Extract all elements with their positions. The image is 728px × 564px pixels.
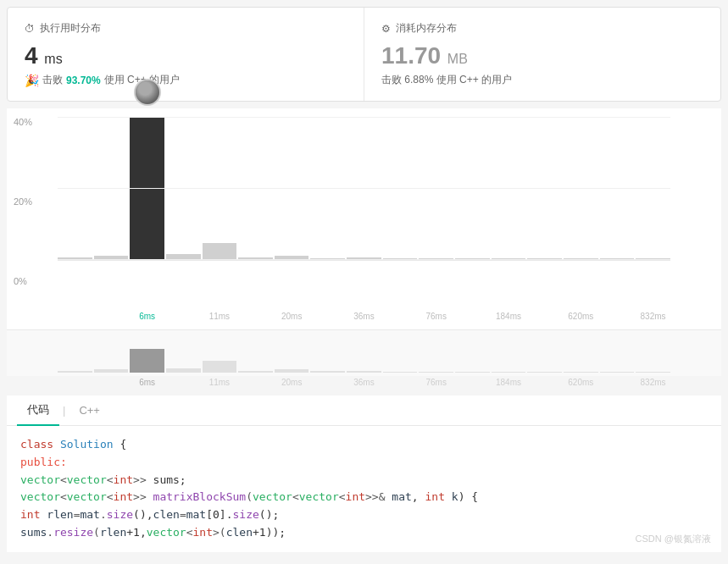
memory-panel-title: 消耗内存分布: [396, 21, 457, 36]
code-section: 代码 | C++ class Solution {public:vector<v…: [7, 395, 721, 552]
x-label: [310, 312, 345, 321]
chart-x-labels: 6ms11ms20ms36ms76ms184ms620ms832ms: [58, 312, 721, 321]
bar-group: [130, 117, 164, 260]
bar: [203, 243, 237, 260]
mini-bar: [310, 371, 345, 373]
x-label: [455, 312, 490, 321]
bar-group: [383, 117, 418, 260]
tab-code[interactable]: 代码: [17, 395, 59, 426]
mini-x-label: 11ms: [203, 378, 237, 387]
bar-group: [419, 117, 453, 260]
memory-panel-header: ⚙ 消耗内存分布: [381, 21, 703, 36]
mini-x-label: 620ms: [564, 378, 598, 387]
code-line: sums.resize(rlen+1,vector<int>(clen+1));: [20, 524, 708, 542]
mini-x-label: [600, 378, 635, 387]
mini-x-label: 20ms: [275, 378, 309, 387]
time-panel-header: ⏱ 执行用时分布: [25, 21, 347, 36]
mini-bar: [492, 372, 526, 373]
chart-gridline: [58, 117, 670, 118]
mini-x-label: [166, 378, 201, 387]
x-label: 6ms: [130, 312, 164, 321]
bar: [130, 117, 164, 260]
mini-bar: [347, 371, 381, 373]
code-line: vector<vector<int>> matrixBlockSum(vecto…: [20, 489, 708, 506]
memory-value: 11.70 MB: [381, 42, 703, 69]
chart-area: 40% 20% 0% 6ms11ms20ms36ms76ms184ms620ms…: [7, 108, 721, 329]
mini-x-label: 36ms: [347, 378, 381, 387]
chart-container: 40% 20% 0%: [7, 117, 721, 312]
time-panel-title: 执行用时分布: [40, 21, 101, 36]
mini-chart-labels: 6ms11ms20ms36ms76ms184ms620ms832ms: [7, 376, 721, 389]
mini-x-label: 184ms: [492, 378, 526, 387]
time-beat: 🎉 击败 93.70% 使用 C++ 的用户: [25, 73, 347, 87]
beat-emoji: 🎉: [25, 74, 39, 87]
bar-group: [94, 117, 129, 260]
code-line: class Solution {: [20, 436, 708, 454]
x-label: 184ms: [492, 312, 526, 321]
mini-bar: [383, 372, 418, 373]
stats-panels: ⏱ 执行用时分布 4 ms 🎉 击败 93.70% 使用 C++ 的用户 ⚙ 消…: [7, 7, 721, 102]
mini-bar: [600, 372, 635, 373]
mini-x-label: 6ms: [130, 378, 164, 387]
time-value: 4 ms: [25, 42, 347, 69]
bar-group: [58, 117, 92, 260]
time-panel: ⏱ 执行用时分布 4 ms 🎉 击败 93.70% 使用 C++ 的用户: [8, 8, 364, 101]
bar-group: [455, 117, 490, 260]
code-line: int rlen=mat.size(),clen=mat[0].size();: [20, 506, 708, 524]
chart-bars: [58, 117, 670, 261]
mini-bar: [203, 361, 237, 373]
mini-x-label: [238, 378, 273, 387]
code-line: public:: [20, 454, 708, 472]
mini-bar: [636, 372, 670, 373]
bar-group: [238, 117, 273, 260]
mini-x-label: 76ms: [419, 378, 453, 387]
x-label: [94, 312, 129, 321]
bar-group: [600, 117, 635, 260]
memory-beat: 击败 6.88% 使用 C++ 的用户: [381, 73, 703, 87]
x-label: 832ms: [636, 312, 670, 321]
mini-bar: [455, 372, 490, 373]
bar-group: [275, 117, 309, 260]
chart-gridline: [58, 259, 670, 260]
bar-group: [166, 117, 201, 260]
x-label: 620ms: [564, 312, 598, 321]
bar-group: [310, 117, 345, 260]
x-label: [383, 312, 418, 321]
x-label: [166, 312, 201, 321]
bar-group: [492, 117, 526, 260]
avatar: [134, 79, 161, 106]
mini-bar: [166, 368, 201, 373]
x-label: 36ms: [347, 312, 381, 321]
mini-bar: [564, 372, 598, 373]
mini-x-label: [527, 378, 562, 387]
x-label: [600, 312, 635, 321]
mini-x-label: [58, 378, 92, 387]
mini-x-label: [310, 378, 345, 387]
bar-group: [636, 117, 670, 260]
mini-bar: [275, 369, 309, 373]
mini-bar: [419, 372, 453, 373]
watermark: CSDN @银氮溶液: [636, 533, 711, 545]
code-tabs: 代码 | C++: [7, 395, 721, 426]
memory-panel: ⚙ 消耗内存分布 11.70 MB 击败 6.88% 使用 C++ 的用户: [364, 8, 720, 101]
x-label: 76ms: [419, 312, 453, 321]
mini-bar: [238, 371, 273, 373]
mini-x-label: [383, 378, 418, 387]
mini-bar: [58, 371, 92, 373]
mini-bar: [94, 369, 129, 373]
bar-group: [564, 117, 598, 260]
mini-bar: [527, 372, 562, 373]
bar-group: [347, 117, 381, 260]
mini-x-label: 832ms: [636, 378, 670, 387]
x-label: [238, 312, 273, 321]
mini-x-label: [455, 378, 490, 387]
x-label: 20ms: [275, 312, 309, 321]
clock-icon: ⏱: [25, 23, 35, 35]
code-line: vector<vector<int>> sums;: [20, 472, 708, 489]
mini-chart: [7, 329, 721, 376]
tab-cpp[interactable]: C++: [69, 397, 110, 423]
chart-y-labels: 40% 20% 0%: [14, 117, 32, 286]
bar-group: [527, 117, 562, 260]
mini-bar: [130, 349, 164, 373]
x-label: 11ms: [203, 312, 237, 321]
